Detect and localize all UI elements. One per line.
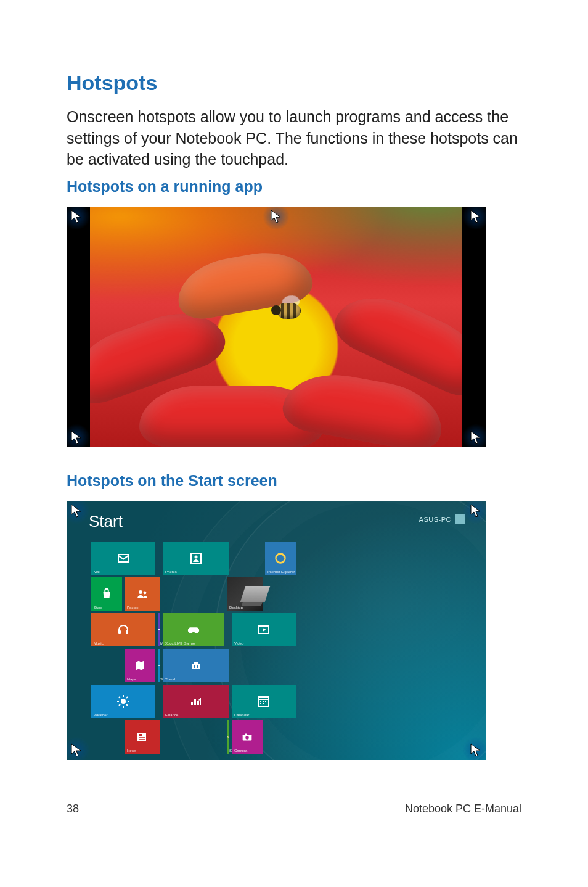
svg-point-36	[227, 737, 228, 738]
svg-point-35	[228, 736, 229, 736]
svg-line-22	[119, 704, 120, 706]
svg-line-21	[126, 697, 128, 698]
page-number: 38	[67, 802, 79, 815]
svg-point-1	[195, 555, 198, 558]
tile-label: Photos	[165, 570, 177, 574]
tile-people[interactable]: People	[125, 577, 160, 611]
hotspot-bottom-left	[67, 424, 90, 447]
start-header: Start	[89, 512, 123, 531]
svg-rect-25	[260, 701, 261, 702]
messaging-icon	[158, 623, 160, 637]
svg-rect-5	[118, 630, 121, 634]
tile-label: Music	[94, 642, 104, 645]
weather-icon	[116, 694, 131, 709]
tile-camera[interactable]: Camera	[232, 720, 263, 754]
cursor-icon	[70, 430, 83, 445]
sports-icon	[227, 730, 229, 744]
cursor-icon	[70, 503, 83, 518]
photo-icon	[189, 551, 203, 566]
svg-rect-26	[263, 701, 264, 702]
camera-icon	[240, 730, 254, 744]
tile-skydrive[interactable]: SkyDrive	[158, 649, 160, 682]
tile-label: Calendar	[234, 713, 249, 717]
maps-icon	[133, 659, 147, 672]
svg-point-14	[121, 699, 126, 704]
intro-paragraph: Onscreen hotspots allow you to launch pr…	[67, 106, 521, 170]
ie-icon	[274, 551, 287, 565]
start-user-label[interactable]: ASUS-PC	[419, 514, 465, 524]
svg-rect-13	[197, 665, 198, 668]
tile-store[interactable]: Store	[91, 577, 122, 611]
tile-label: Xbox LIVE Games	[165, 642, 195, 645]
news-icon	[135, 730, 150, 745]
travel-icon	[189, 658, 203, 673]
svg-rect-28	[260, 703, 261, 704]
svg-point-39	[245, 736, 249, 740]
subheading-running-app: Hotspots on a running app	[67, 178, 521, 196]
cursor-icon	[470, 209, 482, 224]
tile-games[interactable]: Xbox LIVE Games	[163, 613, 224, 646]
tile-video[interactable]: Video	[232, 613, 296, 646]
hotspot-bottom-right	[462, 424, 486, 447]
tile-label: Travel	[165, 677, 175, 681]
section-title: Hotspots	[67, 71, 521, 95]
screenshot-running-app	[67, 207, 486, 447]
start-user-name: ASUS-PC	[419, 516, 451, 523]
tile-label: Video	[234, 642, 243, 645]
svg-line-20	[126, 704, 128, 706]
tile-sports[interactable]: Sports	[227, 720, 229, 754]
tile-label: Camera	[234, 749, 247, 753]
tile-internet-explorer[interactable]: Internet Explorer	[265, 542, 296, 575]
svg-point-37	[228, 737, 229, 738]
tile-label: Store	[94, 606, 102, 609]
tile-calendar[interactable]: Calendar	[232, 685, 296, 718]
finance-icon	[189, 694, 203, 709]
tile-finance[interactable]: Finance	[163, 685, 229, 718]
tile-label: Internet Explorer	[267, 570, 295, 574]
calendar-icon	[256, 694, 271, 709]
page-footer: 38 Notebook PC E-Manual	[67, 796, 521, 815]
tile-messaging[interactable]: Messaging	[158, 613, 160, 646]
tile-mail[interactable]: Mail	[91, 542, 155, 575]
cursor-icon	[70, 743, 83, 757]
mail-icon	[116, 551, 131, 566]
svg-rect-11	[194, 662, 198, 664]
svg-line-19	[119, 697, 120, 698]
tile-label: Weather	[94, 713, 108, 717]
start-tiles: Mail Photos Internet Explorer Store Peop…	[91, 542, 296, 754]
tile-maps[interactable]: Maps	[125, 649, 155, 682]
video-icon	[256, 622, 271, 637]
svg-rect-29	[263, 703, 264, 704]
tile-photos[interactable]: Photos	[163, 542, 229, 575]
tile-label: Maps	[127, 677, 136, 681]
tile-desktop[interactable]: Desktop	[227, 577, 263, 611]
tile-news[interactable]: News	[125, 720, 160, 754]
tile-label: Desktop	[229, 606, 243, 609]
tile-weather[interactable]: Weather	[91, 685, 155, 718]
svg-rect-6	[126, 630, 128, 634]
people-icon	[135, 587, 150, 601]
svg-rect-40	[245, 733, 247, 735]
tile-label: Finance	[165, 713, 178, 717]
cursor-icon	[470, 430, 482, 445]
photo-flower	[90, 207, 462, 447]
hotspot-top-left	[67, 207, 90, 230]
tile-label: People	[127, 606, 139, 609]
photo-bee	[269, 298, 312, 326]
doc-title: Notebook PC E-Manual	[405, 802, 521, 815]
avatar-icon	[455, 514, 465, 524]
tile-travel[interactable]: Travel	[163, 649, 229, 682]
svg-rect-10	[192, 664, 200, 669]
tile-label: News	[127, 749, 136, 753]
svg-rect-31	[139, 734, 142, 736]
subheading-start-screen: Hotspots on the Start screen	[67, 472, 521, 490]
svg-point-34	[227, 736, 228, 736]
hotspot-bottom-left	[67, 736, 90, 760]
screenshot-start-screen: Start ASUS-PC Mail Photos Internet Explo…	[67, 501, 486, 760]
hotspot-top-right	[462, 207, 486, 230]
headphones-icon	[116, 622, 131, 637]
svg-point-4	[144, 591, 147, 594]
tile-label: Mail	[94, 570, 100, 574]
tile-music[interactable]: Music	[91, 613, 155, 646]
svg-rect-12	[194, 665, 195, 668]
